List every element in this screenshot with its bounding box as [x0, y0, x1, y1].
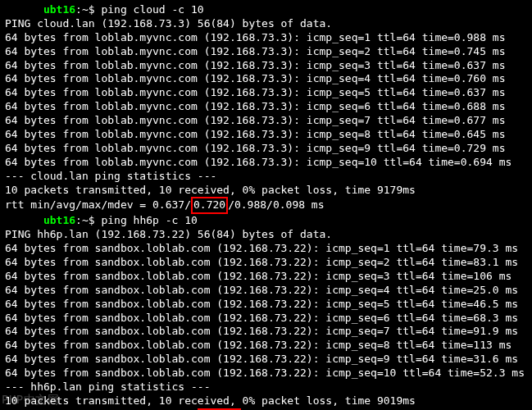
prompt-path: :~$: [75, 3, 101, 16]
ping-header: PING cloud.lan (192.168.73.3) 56(84) byt…: [5, 17, 527, 31]
stats-header: --- hh6p.lan ping statistics ---: [5, 380, 527, 394]
stats-summary: 10 packets transmitted, 10 received, 0% …: [5, 184, 527, 198]
ping-reply: 64 bytes from sandbox.loblab.com (192.16…: [5, 242, 527, 256]
rtt-line: rtt min/avg/max/mdev = 0.637/0.720/0.988…: [5, 197, 527, 214]
ping-reply: 64 bytes from sandbox.loblab.com (192.16…: [5, 312, 527, 326]
ping-reply: 64 bytes from sandbox.loblab.com (192.16…: [5, 270, 527, 284]
command-input[interactable]: ping cloud -c 10: [101, 3, 203, 16]
ping-reply: 64 bytes from sandbox.loblab.com (192.16…: [5, 339, 527, 353]
ping-reply: 64 bytes from sandbox.loblab.com (192.16…: [5, 284, 527, 298]
prompt-host: ubt16: [43, 214, 75, 226]
ping-reply: 64 bytes from loblab.myvnc.com (192.168.…: [5, 31, 527, 45]
prompt-host: ubt16: [43, 3, 75, 16]
ping-reply: 64 bytes from loblab.myvnc.com (192.168.…: [5, 156, 527, 170]
ping-reply: 64 bytes from loblab.myvnc.com (192.168.…: [5, 114, 527, 128]
command-input[interactable]: ping hh6p -c 10: [101, 214, 197, 226]
ping-reply: 64 bytes from loblab.myvnc.com (192.168.…: [5, 142, 527, 156]
ping-reply: 64 bytes from sandbox.loblab.com (192.16…: [5, 256, 527, 270]
ping-reply: 64 bytes from loblab.myvnc.com (192.168.…: [5, 72, 527, 86]
ping-reply: 64 bytes from sandbox.loblab.com (192.16…: [5, 325, 527, 339]
ping-reply: 64 bytes from loblab.myvnc.com (192.168.…: [5, 86, 527, 100]
stats-summary: 10 packets transmitted, 10 received, 0% …: [5, 394, 527, 408]
prompt-line: ubt16:~$ ping cloud -c 10: [5, 3, 527, 17]
ping-reply: 64 bytes from loblab.myvnc.com (192.168.…: [5, 100, 527, 114]
watermark: PHP中文网: [2, 392, 59, 407]
ping-header: PING hh6p.lan (192.168.73.22) 56(84) byt…: [5, 228, 527, 242]
ping-reply: 64 bytes from sandbox.loblab.com (192.16…: [5, 298, 527, 312]
ping-reply: 64 bytes from loblab.myvnc.com (192.168.…: [5, 59, 527, 73]
terminal[interactable]: ubt16:~$ ping cloud -c 10PING cloud.lan …: [0, 0, 532, 410]
ping-reply: 64 bytes from loblab.myvnc.com (192.168.…: [5, 45, 527, 59]
ping-reply: 64 bytes from sandbox.loblab.com (192.16…: [5, 367, 527, 380]
avg-rtt-highlight-cloud: 0.720: [191, 197, 228, 214]
prompt-line: ubt16:~$ ping hh6p -c 10: [5, 214, 527, 228]
stats-header: --- cloud.lan ping statistics ---: [5, 170, 527, 184]
ping-reply: 64 bytes from loblab.myvnc.com (192.168.…: [5, 128, 527, 142]
prompt-path: :~$: [75, 214, 101, 226]
ping-reply: 64 bytes from sandbox.loblab.com (192.16…: [5, 353, 527, 367]
